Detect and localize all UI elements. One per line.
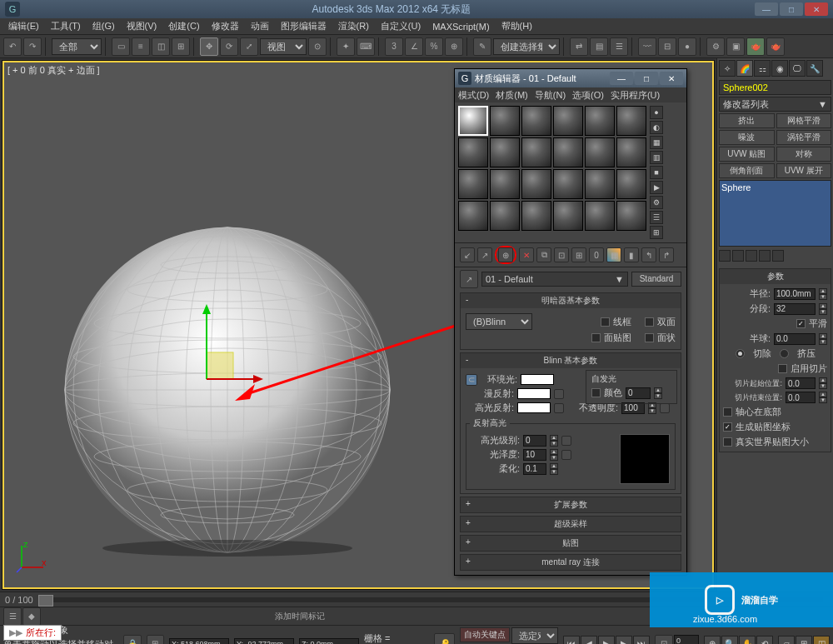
addtime-label[interactable]: 添加时间标记 [275, 611, 325, 622]
sample-slot-16[interactable] [553, 169, 583, 199]
sample-slot-24[interactable] [616, 201, 646, 231]
sample-slot-8[interactable] [490, 137, 520, 167]
material-editor-titlebar[interactable]: G 材质编辑器 - 01 - Default —□✕ [455, 69, 686, 87]
diffuse-swatch[interactable] [517, 388, 551, 399]
current-frame-input[interactable] [674, 635, 699, 645]
mod-meshsmooth[interactable]: 网格平滑 [776, 113, 832, 128]
sample-slot-6[interactable] [616, 106, 646, 136]
video-color-button[interactable]: ■ [650, 166, 663, 179]
maxvp-toggle-button[interactable]: ◫ [813, 636, 830, 645]
nsel-edit-button[interactable]: ✎ [473, 37, 491, 56]
selection-filter[interactable]: 全部 [52, 38, 102, 55]
move-gizmo[interactable] [198, 302, 265, 402]
keymode-dropdown[interactable]: 选定对象 [511, 627, 558, 644]
sample-slot-15[interactable] [521, 169, 551, 199]
schematic-button[interactable]: ⊟ [658, 37, 676, 56]
create-tab[interactable]: ✧ [719, 60, 736, 77]
reset-map-button[interactable]: ✕ [519, 247, 534, 262]
mat-menu-mode[interactable]: 模式(D) [458, 89, 489, 102]
speclevel-spinner[interactable]: 0 [523, 435, 546, 447]
sample-slot-17[interactable] [585, 169, 615, 199]
maps-header[interactable]: 贴图 [461, 536, 681, 551]
mat-menu-options[interactable]: 选项(O) [572, 89, 604, 102]
hierarchy-tab[interactable]: ⚏ [754, 60, 771, 77]
sample-slot-23[interactable] [585, 201, 615, 231]
menu-edit[interactable]: 编辑(E) [3, 18, 44, 34]
mat-menu-material[interactable]: 材质(M) [496, 89, 528, 102]
diffuse-map-button[interactable] [554, 389, 564, 399]
backlight-button[interactable]: ◐ [650, 121, 663, 134]
go-forward-button[interactable]: ↱ [659, 247, 674, 262]
speclevel-map-button[interactable] [561, 436, 571, 446]
x-coord-input[interactable] [169, 638, 229, 645]
prev-frame-button[interactable]: ◀ [581, 636, 597, 645]
sliceon-checkbox[interactable] [778, 364, 787, 373]
mod-symmetry[interactable]: 对称 [776, 147, 832, 162]
motion-tab[interactable]: ◉ [771, 60, 788, 77]
setkey-big-button[interactable]: 🔑 [434, 633, 455, 645]
specular-swatch[interactable] [517, 402, 551, 413]
sample-uv-button[interactable]: ▥ [650, 151, 663, 164]
menu-view[interactable]: 视图(V) [122, 18, 162, 34]
material-editor-button[interactable]: ● [678, 37, 696, 56]
trackbar-key-button[interactable]: ◆ [22, 607, 41, 626]
modify-tab[interactable]: 🌈 [736, 60, 753, 77]
utilities-tab[interactable]: 🔧 [806, 60, 823, 77]
object-name-input[interactable] [719, 80, 831, 95]
extended-params-header[interactable]: 扩展参数 [461, 497, 681, 512]
blinn-basic-header[interactable]: Blinn 基本参数 [461, 353, 681, 368]
mod-extrude[interactable]: 挤出 [719, 113, 775, 128]
sample-slot-18[interactable] [616, 169, 646, 199]
radius-spinner[interactable]: 100.0mm [774, 288, 816, 300]
trackbar-filter-button[interactable]: ☰ [3, 607, 22, 626]
menu-maxscript[interactable]: MAXScript(M) [427, 20, 494, 33]
parameters-rollout-header[interactable]: 参数 [720, 269, 831, 284]
fov-button[interactable]: ▱ [778, 636, 795, 645]
render-frame-button[interactable]: ▣ [726, 37, 745, 56]
sample-slot-10[interactable] [553, 137, 583, 167]
timeconfig-button[interactable]: ⊡ [655, 635, 673, 645]
sample-slot-22[interactable] [553, 201, 583, 231]
mat-menu-nav[interactable]: 导航(N) [535, 89, 566, 102]
show-map-button[interactable]: ▦ [606, 247, 621, 262]
faceted-checkbox[interactable] [645, 333, 654, 342]
close-button[interactable]: ✕ [805, 2, 828, 16]
menu-animation[interactable]: 动画 [246, 18, 274, 34]
select-region-button[interactable]: ◫ [152, 37, 170, 56]
sample-slot-21[interactable] [521, 201, 551, 231]
go-parent-button[interactable]: ↰ [641, 247, 656, 262]
pan-button[interactable]: ✋ [739, 636, 756, 645]
layers-button[interactable]: ☰ [610, 37, 628, 56]
menu-create[interactable]: 创建(C) [163, 18, 204, 34]
make-unique-button[interactable] [746, 250, 757, 262]
pick-material-button[interactable]: ↗ [460, 270, 478, 288]
z-coord-input[interactable] [299, 638, 359, 645]
y-coord-input[interactable] [234, 638, 294, 645]
configure-button[interactable] [772, 250, 784, 262]
goto-start-button[interactable]: ⏮ [563, 636, 580, 645]
sample-slot-20[interactable] [490, 201, 520, 231]
menu-grapheditors[interactable]: 图形编辑器 [276, 18, 332, 34]
twoside-checkbox[interactable] [645, 317, 654, 327]
wire-checkbox[interactable] [601, 317, 610, 327]
sample-slot-1[interactable] [458, 106, 488, 136]
sample-slot-14[interactable] [490, 169, 520, 199]
soften-spinner[interactable]: 0.1 [523, 463, 546, 475]
sample-slot-9[interactable] [521, 137, 551, 167]
scale-button[interactable]: ⤢ [240, 37, 258, 56]
shader-basic-header[interactable]: 明暗器基本参数 [461, 293, 681, 308]
menu-rendering[interactable]: 渲染(R) [333, 18, 374, 34]
zoom-button[interactable]: 🔍 [721, 636, 738, 645]
sample-slot-3[interactable] [521, 106, 551, 136]
mat-minimize-button[interactable]: — [610, 72, 633, 85]
menu-group[interactable]: 组(G) [87, 18, 120, 34]
select-by-mat-button[interactable]: ☰ [650, 211, 663, 224]
material-name-dropdown[interactable]: 01 - Default▼ [481, 272, 628, 287]
redo-button[interactable]: ↷ [23, 37, 42, 56]
render-setup-button[interactable]: ⚙ [706, 37, 725, 56]
orbit-button[interactable]: ⟲ [756, 636, 773, 645]
selfillum-spinner[interactable]: 0 [626, 387, 651, 399]
gloss-map-button[interactable] [561, 450, 571, 460]
display-tab[interactable]: 🖵 [789, 60, 806, 77]
opacity-map-button[interactable] [660, 403, 670, 413]
